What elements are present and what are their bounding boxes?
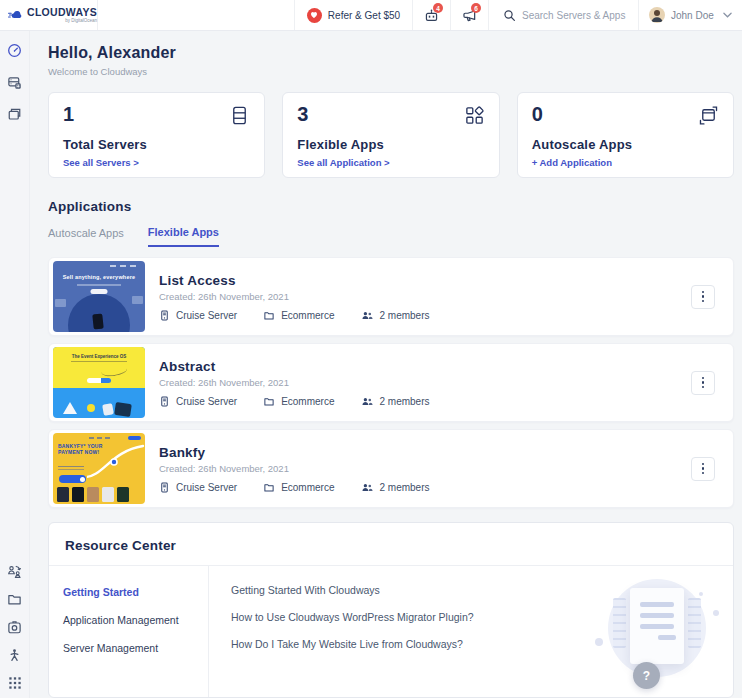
rc-article-link[interactable]: How Do I Take My Website Live from Cloud… <box>231 638 581 650</box>
cloudways-dashboard: CLOUDWAYS by DigitalOcean Refer & Get $5… <box>0 0 742 698</box>
refer-button[interactable]: Refer & Get $50 <box>294 0 412 30</box>
server-small-icon <box>159 396 170 407</box>
rc-menu-server-management[interactable]: Server Management <box>63 642 208 654</box>
app-menu-button[interactable] <box>691 285 715 309</box>
app-thumbnail: Sell anything, everywhere <box>53 261 145 332</box>
sidebar-item-applications[interactable] <box>7 107 22 122</box>
sidebar-item-activity[interactable] <box>7 648 22 663</box>
app-server: Cruise Server <box>159 396 237 407</box>
see-all-servers-link[interactable]: See all Servers > <box>63 157 139 168</box>
resource-center: Resource Center Getting Started Applicat… <box>48 522 734 698</box>
top-header: CLOUDWAYS by DigitalOcean Refer & Get $5… <box>0 0 742 31</box>
app-members: 2 members <box>361 482 430 493</box>
app-members-label: 2 members <box>380 310 430 321</box>
sidebar-item-dashboard[interactable] <box>7 43 22 58</box>
app-project: Ecommerce <box>263 482 334 493</box>
stat-label: Autoscale Apps <box>532 137 719 152</box>
app-project-label: Ecommerce <box>281 482 334 493</box>
app-server-label: Cruise Server <box>176 396 237 407</box>
bot-notifications-button[interactable]: 4 <box>412 0 450 30</box>
app-members-label: 2 members <box>380 396 430 407</box>
rc-article-link[interactable]: Getting Started With Cloudways <box>231 584 581 596</box>
thumb-heading: Sell anything, everywhere <box>53 274 145 280</box>
resource-center-articles: Getting Started With Cloudways How to Us… <box>209 566 581 697</box>
sidebar-bottom-group <box>7 564 22 690</box>
app-name: List Access <box>159 273 691 288</box>
search-field[interactable]: Search Servers & Apps <box>488 0 638 30</box>
resource-center-title: Resource Center <box>49 523 733 566</box>
topbar-spacer <box>98 0 294 30</box>
add-application-link[interactable]: + Add Application <box>532 157 612 168</box>
app-server-label: Cruise Server <box>176 310 237 321</box>
announcements-button[interactable]: 6 <box>450 0 488 30</box>
members-icon <box>361 396 374 407</box>
see-all-applications-link[interactable]: See all Application > <box>297 157 389 168</box>
app-members: 2 members <box>361 396 430 407</box>
stat-label: Flexible Apps <box>297 137 484 152</box>
app-created: Created: 26th November, 2021 <box>159 463 691 474</box>
documents-icon <box>630 588 684 664</box>
applications-heading: Applications <box>48 199 734 214</box>
servers-icon <box>7 75 22 90</box>
stat-value: 1 <box>63 103 250 126</box>
rc-menu-application-management[interactable]: Application Management <box>63 614 208 626</box>
app-server-label: Cruise Server <box>176 482 237 493</box>
sidebar-item-apps-grid[interactable] <box>8 676 22 690</box>
logo-subbrand: by DigitalOcean <box>27 19 97 24</box>
app-members-label: 2 members <box>380 482 430 493</box>
app-created: Created: 26th November, 2021 <box>159 291 691 302</box>
sidebar-item-servers[interactable] <box>7 75 22 90</box>
heart-icon <box>307 8 322 23</box>
app-menu-button[interactable] <box>691 371 715 395</box>
folder-small-icon <box>263 310 275 321</box>
folder-icon <box>7 592 22 607</box>
app-server: Cruise Server <box>159 482 237 493</box>
activity-icon <box>7 648 22 663</box>
sidebar-item-settings[interactable] <box>7 620 22 635</box>
sidebar-item-team[interactable] <box>7 564 22 579</box>
rc-menu-getting-started[interactable]: Getting Started <box>63 586 208 598</box>
stat-value: 0 <box>532 103 719 126</box>
main-content: Hello, Alexander Welcome to Cloudways 1 … <box>30 31 742 698</box>
tab-autoscale-apps[interactable]: Autoscale Apps <box>48 226 124 247</box>
folder-small-icon <box>263 396 275 407</box>
applications-tabs: Autoscale Apps Flexible Apps <box>48 226 734 247</box>
chevron-down-icon <box>723 12 732 18</box>
page-title: Hello, Alexander <box>48 44 734 62</box>
rc-article-link[interactable]: How to Use Cloudways WordPress Migrator … <box>231 611 581 623</box>
resource-center-menu: Getting Started Application Management S… <box>49 566 209 697</box>
logo-brand: CLOUDWAYS <box>27 7 97 18</box>
app-created: Created: 26th November, 2021 <box>159 377 691 388</box>
applications-icon <box>7 107 22 122</box>
app-name: Abstract <box>159 359 691 374</box>
app-row-list-access[interactable]: Sell anything, everywhere List Access Cr… <box>48 257 734 336</box>
chart-line-decoration <box>87 439 145 479</box>
server-small-icon <box>159 310 170 321</box>
app-row-abstract[interactable]: The Event Experience OS Abstract Created… <box>48 343 734 422</box>
server-small-icon <box>159 482 170 493</box>
notification-badge: 4 <box>433 3 443 13</box>
app-menu-button[interactable] <box>691 457 715 481</box>
members-icon <box>361 482 374 493</box>
grid-apps-icon <box>464 105 485 126</box>
user-menu[interactable]: John Doe <box>638 0 742 30</box>
body-wrap: Hello, Alexander Welcome to Cloudways 1 … <box>0 31 742 698</box>
app-project-label: Ecommerce <box>281 310 334 321</box>
help-button[interactable]: ? <box>633 662 660 689</box>
app-thumbnail: The Event Experience OS <box>53 347 145 418</box>
sidebar <box>0 31 30 698</box>
app-project-label: Ecommerce <box>281 396 334 407</box>
app-row-bankfy[interactable]: BANKYFY* YOUR PAYMENT NOW! Bankfy Create… <box>48 429 734 508</box>
tab-flexible-apps[interactable]: Flexible Apps <box>148 226 219 247</box>
announcement-badge: 6 <box>471 3 481 13</box>
cloudways-logo[interactable]: CLOUDWAYS by DigitalOcean <box>0 0 98 30</box>
resource-center-illustration: ? <box>581 566 733 697</box>
stats-row: 1 Total Servers See all Servers > 3 Flex… <box>48 92 734 178</box>
app-name: Bankfy <box>159 445 691 460</box>
search-placeholder: Search Servers & Apps <box>522 10 625 21</box>
team-icon <box>7 564 22 579</box>
app-thumbnail: BANKYFY* YOUR PAYMENT NOW! <box>53 433 145 504</box>
application-list: Sell anything, everywhere List Access Cr… <box>48 257 734 508</box>
sidebar-item-projects[interactable] <box>7 592 22 607</box>
app-project: Ecommerce <box>263 396 334 407</box>
